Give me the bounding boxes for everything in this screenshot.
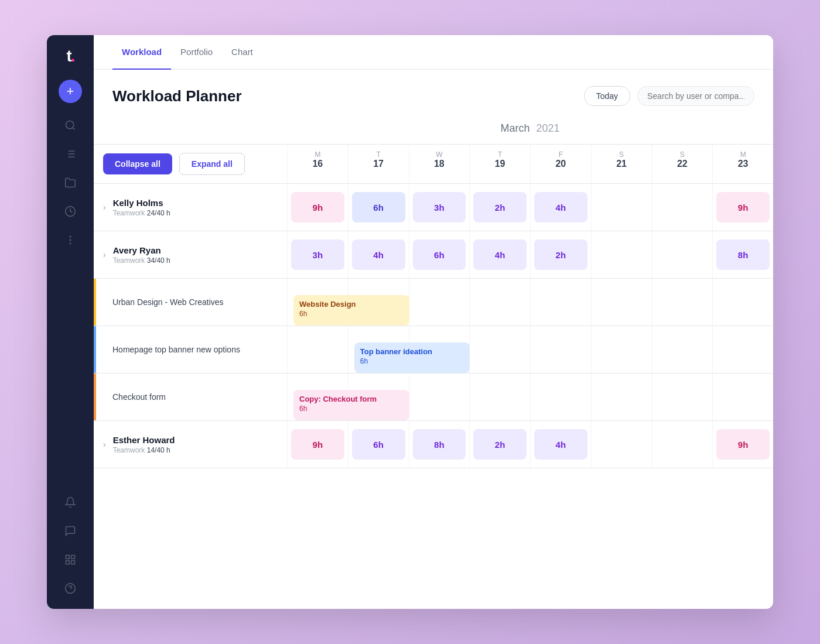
search-input[interactable] [637,86,754,106]
svg-rect-11 [66,556,70,559]
page-header: Workload Planner Today [94,70,773,118]
task-cell-urban-4 [530,279,591,326]
person-name-esther: Esther Howard [113,435,175,445]
hour-badge-avery-1[interactable]: 4h [352,239,405,270]
person-row-esther: › Esther Howard Teamwork 14/40 h 9h 6h [94,421,773,468]
person-sub-kelly: Teamwork 24/40 h [113,209,170,217]
day-col-2: W 18 [409,145,470,183]
task-card-homepage-banner[interactable]: Top banner ideation 6h [354,342,470,373]
day-cell-avery-7: 8h [712,231,773,278]
chevron-kelly[interactable]: › [103,203,106,212]
today-button[interactable]: Today [584,86,630,106]
hour-badge-avery-0[interactable]: 3h [291,239,344,270]
task-card-urban-website[interactable]: Website Design 6h [293,295,409,326]
day-cell-kelly-4: 4h [530,184,591,231]
task-label-checkout: Checkout form [105,392,166,402]
person-name-avery: Avery Ryan [113,245,170,255]
task-cell-urban-0: Website Design 6h [287,279,348,326]
help-icon[interactable] [64,583,76,597]
task-label-homepage: Homepage top banner new options [105,345,240,354]
person-info-esther: › Esther Howard Teamwork 14/40 h [94,421,287,468]
task-cells-homepage: Top banner ideation 6h [287,326,773,373]
task-cell-hp-1: Top banner ideation 6h [348,326,409,373]
person-name-kelly: Kelly Holms [113,198,170,208]
sidebar: t. + [47,35,94,609]
hour-badge-esther-1[interactable]: 6h [352,429,405,460]
tab-chart[interactable]: Chart [222,35,262,70]
task-info-checkout: Checkout form [94,374,287,420]
svg-rect-14 [66,561,70,564]
day-cell-avery-6 [652,231,713,278]
person-sub-esther: Teamwork 14/40 h [113,446,175,454]
task-cells-urban: Website Design 6h [287,279,773,326]
task-label-urban: Urban Design - Web Creatives [105,297,224,307]
svg-point-0 [66,121,74,129]
list-icon[interactable] [64,148,76,163]
tab-workload[interactable]: Workload [112,35,171,70]
hour-badge-avery-2[interactable]: 6h [413,239,466,270]
day-col-1: T 17 [348,145,409,183]
chevron-esther[interactable]: › [103,440,106,449]
svg-point-9 [70,239,71,241]
hour-badge-esther-3[interactable]: 2h [473,429,527,460]
tab-portfolio[interactable]: Portfolio [171,35,222,70]
task-cells-checkout: Copy: Checkout form 6h [287,374,773,420]
hour-badge-kelly-4[interactable]: 4h [534,192,587,222]
control-area: Collapse all Expand all [94,145,287,183]
task-row-urban: Urban Design - Web Creatives Website Des… [94,279,773,326]
task-cell-co-3 [469,374,530,420]
more-icon[interactable] [64,234,76,249]
task-card-checkout[interactable]: Copy: Checkout form 6h [293,390,409,420]
task-cell-urban-6 [652,279,713,326]
hour-badge-esther-0[interactable]: 9h [291,429,344,460]
day-cell-kelly-5 [591,184,652,231]
day-cell-avery-5 [591,231,652,278]
collapse-all-button[interactable]: Collapse all [103,153,172,174]
day-cell-kelly-6 [652,184,713,231]
logo-dot: . [71,47,74,65]
day-col-5: S 21 [591,145,652,183]
task-cell-hp-5 [591,326,652,373]
search-icon[interactable] [64,119,76,134]
task-info-homepage: Homepage top banner new options [94,326,287,373]
grid-icon[interactable] [64,554,76,568]
hour-badge-avery-7[interactable]: 8h [716,239,770,270]
hour-badge-kelly-3[interactable]: 2h [473,192,527,222]
day-cell-esther-2: 8h [409,421,470,468]
person-row-avery: › Avery Ryan Teamwork 34/40 h 3h 4h [94,231,773,279]
header-tabs: Workload Portfolio Chart [94,35,773,70]
days-cells-kelly: 9h 6h 3h 2h 4h [287,184,773,231]
hour-badge-esther-7[interactable]: 9h [716,429,770,460]
hour-badge-kelly-0[interactable]: 9h [291,192,344,222]
hour-badge-kelly-2[interactable]: 3h [413,192,466,222]
hour-badge-kelly-1[interactable]: 6h [352,192,405,222]
expand-all-button[interactable]: Expand all [179,153,245,175]
task-cell-co-2 [409,374,470,420]
add-button[interactable]: + [59,80,82,103]
hour-badge-avery-3[interactable]: 4h [473,239,527,270]
hour-badge-esther-4[interactable]: 4h [534,429,587,460]
day-cell-esther-0: 9h [287,421,348,468]
day-cell-esther-5 [591,421,652,468]
day-col-4: F 20 [530,145,591,183]
svg-rect-13 [71,561,75,564]
hour-badge-avery-4[interactable]: 2h [534,239,587,270]
chat-icon[interactable] [64,525,76,540]
day-cell-esther-6 [652,421,713,468]
page-title: Workload Planner [112,87,242,105]
svg-point-8 [70,236,71,237]
task-cell-hp-4 [530,326,591,373]
day-cell-kelly-1: 6h [348,184,409,231]
day-cell-avery-2: 6h [409,231,470,278]
clock-icon[interactable] [64,205,76,220]
bell-icon[interactable] [64,496,76,511]
hour-badge-kelly-7[interactable]: 9h [716,192,770,222]
hour-badge-esther-2[interactable]: 8h [413,429,466,460]
person-sub-avery: Teamwork 34/40 h [113,256,170,265]
days-cells-esther: 9h 6h 8h 2h 4h [287,421,773,468]
chevron-avery[interactable]: › [103,250,106,259]
day-col-0: M 16 [287,145,348,183]
grid-header-row: Collapse all Expand all M 16 T 17 W 18 [94,144,773,184]
day-col-7: M 23 [712,145,773,183]
folder-icon[interactable] [64,177,76,191]
